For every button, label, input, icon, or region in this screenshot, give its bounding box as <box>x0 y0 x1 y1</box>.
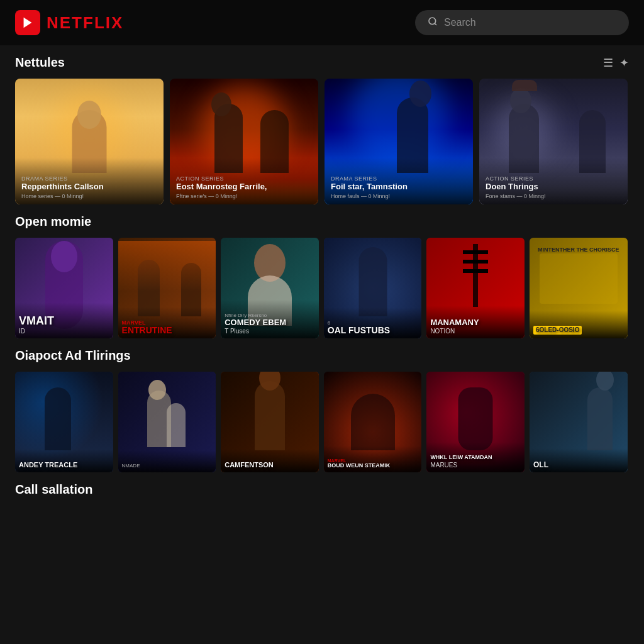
movie-overlay-oiapoct-1: NMADE <box>118 450 216 472</box>
svg-line-2 <box>435 23 436 25</box>
svg-marker-0 <box>24 18 32 28</box>
card-category-1: Action Series <box>176 175 312 182</box>
section-header-oiapoct: Oiapoct Ad Tlirings <box>15 348 629 363</box>
section-controls-nettules: ☰ ✦ <box>603 56 629 70</box>
section-title-oiapoct: Oiapoct Ad Tlirings <box>15 348 131 363</box>
movie-row-oiapoct: ANDEY TREACLE NMADE CAMFENTSON MARVEL <box>15 372 629 472</box>
card-title-1: Eost Manrosteg Farrile, <box>176 182 312 192</box>
movie-card-open-1[interactable]: MARVEL ENTRUTINE <box>118 238 216 338</box>
movie-overlay-2: Nfine Diry Rkersno Comedy Ebem T Pluses <box>221 300 319 338</box>
card-overlay-3: Action Series Doen Thrings Fone stams — … <box>479 158 628 204</box>
card-meta-3: Fone stams — 0 Minng! <box>486 193 621 199</box>
movie-big-text-4: MANAMANY <box>430 318 521 326</box>
movie-big-text-5: 6OLED-OOSIO <box>533 326 582 335</box>
section-title-nettules: Nettules <box>15 55 65 70</box>
logo-text: NETFLIX <box>47 13 123 33</box>
movie-overlay-0: VMAIT ID <box>15 303 113 338</box>
svg-point-1 <box>429 18 436 25</box>
section-title-bottom: Call sallation <box>15 482 92 497</box>
card-category-3: Action Series <box>486 175 621 182</box>
movie-overlay-oiapoct-2: CAMFENTSON <box>221 449 319 472</box>
card-overlay-0: Drama Series Repperthints Callson Home s… <box>15 158 164 204</box>
movie-overlay-oiapoct-0: ANDEY TREACLE <box>15 449 113 472</box>
search-bar[interactable] <box>415 10 629 35</box>
featured-card-3[interactable]: Action Series Doen Thrings Fone stams — … <box>479 79 628 204</box>
movie-big-text-oiapoct-4: WHKL LEIW ATAMDAN <box>430 455 521 460</box>
section-oiapoct: Oiapoct Ad Tlirings ANDEY TREACLE NMADE … <box>0 348 644 482</box>
card-meta-2: Home fauls — 0 Minng! <box>331 193 467 199</box>
search-input[interactable] <box>444 17 616 28</box>
movie-big-text-0: VMAIT <box>19 315 109 326</box>
movie-big-text-oiapoct-2: CAMFENTSON <box>225 462 315 469</box>
movie-row-open: VMAIT ID MARVEL ENTRUTINE Nfine Diry Rke… <box>15 238 629 338</box>
movie-sub-text-4: NOTION <box>430 328 521 335</box>
movie-big-text-oiapoct-0: ANDEY TREACLE <box>19 462 109 469</box>
featured-card-2[interactable]: Drama Series Foil star, Tamnstion Home f… <box>325 79 473 204</box>
section-open-movie: Open momie VMAIT ID MARVEL ENTRUTINE <box>0 214 644 348</box>
section-header-nettules: Nettules ☰ ✦ <box>15 55 629 70</box>
movie-big-text-3: OAL FUSTUBS <box>328 326 418 335</box>
movie-big-text-oiapoct-5: OLL <box>533 461 624 469</box>
section-nettules: Nettules ☰ ✦ Drama Series Repperthints C… <box>0 45 644 214</box>
search-icon <box>428 16 438 29</box>
movie-card-open-4[interactable]: MANAMANY NOTION <box>426 238 525 338</box>
featured-row: Drama Series Repperthints Callson Home s… <box>15 79 629 204</box>
movie-card-oiapoct-2[interactable]: CAMFENTSON <box>221 372 319 472</box>
movie-overlay-oiapoct-4: WHKL LEIW ATAMDAN MARUES <box>426 442 525 472</box>
card-overlay-2: Drama Series Foil star, Tamnstion Home f… <box>325 158 473 204</box>
featured-card-0[interactable]: Drama Series Repperthints Callson Home s… <box>15 79 164 204</box>
movie-card-oiapoct-3[interactable]: MARVEL BOUD WEUN STEAMIK <box>324 372 422 472</box>
featured-card-1[interactable]: Action Series Eost Manrosteg Farrile, Ff… <box>170 79 318 204</box>
movie-card-oiapoct-1[interactable]: NMADE <box>118 372 216 472</box>
movie-big-text-oiapoct-3: BOUD WEUN STEAMIK <box>328 463 418 469</box>
movie-card-open-5[interactable]: MINTENTHER THE CHORISCE 6OLED-OOSIO <box>530 238 628 338</box>
movie-sub-text-0: ID <box>19 328 109 335</box>
movie-overlay-oiapoct-3: MARVEL BOUD WEUN STEAMIK <box>324 446 422 472</box>
movie-overlay-oiapoct-5: OLL <box>530 448 628 472</box>
movie-overlay-3: 6 OAL FUSTUBS <box>324 308 422 338</box>
hamburger-icon[interactable]: ☰ <box>603 56 613 70</box>
movie-card-open-3[interactable]: 6 OAL FUSTUBS <box>324 238 422 338</box>
header: NETFLIX <box>0 0 644 45</box>
movie-big-text-1: ENTRUTINE <box>122 326 213 335</box>
card-title-3: Doen Thrings <box>486 182 621 192</box>
movie-card-open-0[interactable]: VMAIT ID <box>15 238 113 338</box>
card-category-2: Drama Series <box>331 175 467 182</box>
netflix-logo-icon <box>15 10 40 35</box>
section-header-bottom: Call sallation <box>15 482 629 497</box>
movie-overlay-5: 6OLED-OOSIO <box>530 311 628 338</box>
card-overlay-1: Action Series Eost Manrosteg Farrile, Ff… <box>170 158 318 204</box>
logo-area: NETFLIX <box>15 10 123 35</box>
card-meta-0: Home series — 0 Minng! <box>21 193 157 199</box>
movie-card-open-2[interactable]: Nfine Diry Rkersno Comedy Ebem T Pluses <box>221 238 319 338</box>
movie-sub-text-oiapoct-4: MARUES <box>430 462 521 469</box>
movie-big-text-2: Comedy Ebem <box>225 318 315 326</box>
movie-overlay-4: MANAMANY NOTION <box>426 306 525 338</box>
section-bottom: Call sallation <box>0 482 644 516</box>
card-title-2: Foil star, Tamnstion <box>331 182 467 192</box>
card-category-0: Drama Series <box>21 175 157 182</box>
add-icon[interactable]: ✦ <box>619 56 629 70</box>
card-meta-1: Fftne serie's — 0 Minng! <box>176 193 312 199</box>
movie-card-oiapoct-4[interactable]: WHKL LEIW ATAMDAN MARUES <box>426 372 525 472</box>
section-header-open-movie: Open momie <box>15 214 629 229</box>
movie-overlay-1: MARVEL ENTRUTINE <box>118 307 216 338</box>
section-title-open-movie: Open momie <box>15 214 91 229</box>
movie-card-oiapoct-0[interactable]: ANDEY TREACLE <box>15 372 113 472</box>
movie-sub-text-2: T Pluses <box>225 328 315 335</box>
card-title-0: Repperthints Callson <box>21 182 157 192</box>
movie-card-oiapoct-5[interactable]: OLL <box>530 372 628 472</box>
